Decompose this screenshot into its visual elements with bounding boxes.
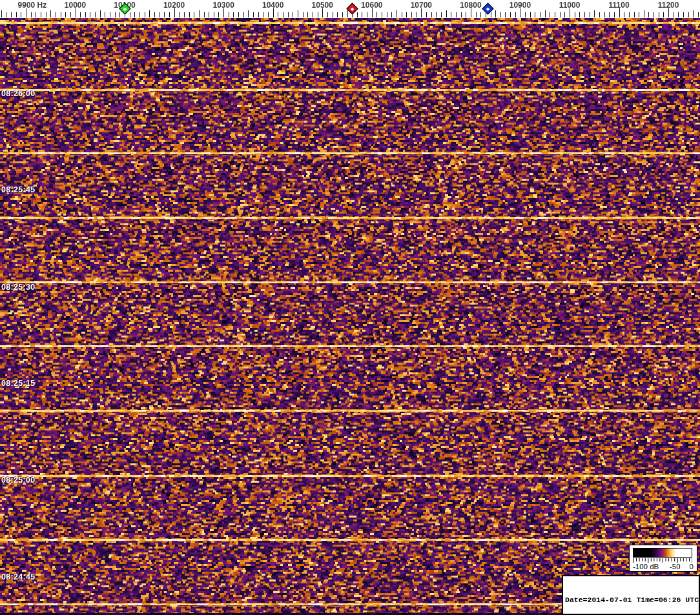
freq-tick-label: 9900 Hz	[18, 1, 47, 10]
time-label: 08:25:00	[1, 476, 35, 485]
time-label: 08:24:45	[1, 572, 35, 581]
spectrogram-app: 9900 Hz100001010010200103001040010500106…	[0, 0, 700, 615]
marker-center-dot	[486, 7, 490, 11]
freq-tick-label: 10900	[510, 1, 531, 10]
freq-tick-label: 10500	[312, 1, 333, 10]
observation-info-box: Date=2014-07-01 Time=06:26 UTC Freq=143 …	[562, 575, 700, 615]
spectrogram-waterfall[interactable]	[0, 18, 700, 615]
colorbar-ruler-ticks	[633, 558, 692, 563]
colorbar-legend: -100 dB -50 0	[629, 545, 697, 572]
freq-tick-label: 10400	[262, 1, 283, 10]
colorbar-min-label: -100 dB	[633, 563, 659, 570]
marker-center-dot	[123, 7, 127, 11]
frequency-axis: 9900 Hz100001010010200103001040010500106…	[0, 0, 700, 18]
freq-tick-label: 11200	[658, 1, 679, 10]
freq-tick-label: 10200	[163, 1, 185, 10]
freq-tick-label: 11000	[559, 1, 581, 10]
freq-tick-label: 10800	[460, 1, 481, 10]
time-label: 08:26:00	[1, 89, 35, 98]
marker-center-dot	[350, 7, 354, 11]
colorbar-mid-label: -50	[670, 563, 681, 570]
freq-tick-label: 10000	[65, 1, 86, 10]
time-label: 08:25:15	[1, 379, 35, 388]
time-label: 08:25:45	[1, 185, 35, 194]
colorbar-max-label: 0	[690, 563, 694, 570]
freq-tick-label: 10300	[212, 1, 234, 10]
colorbar-gradient	[633, 548, 692, 558]
info-date-time: Date=2014-07-01 Time=06:26 UTC	[565, 596, 697, 605]
freq-tick-label: 10600	[361, 1, 382, 10]
freq-tick-label: 11100	[609, 1, 630, 10]
time-label: 08:25:30	[1, 283, 35, 292]
freq-tick-label: 10700	[411, 1, 432, 10]
